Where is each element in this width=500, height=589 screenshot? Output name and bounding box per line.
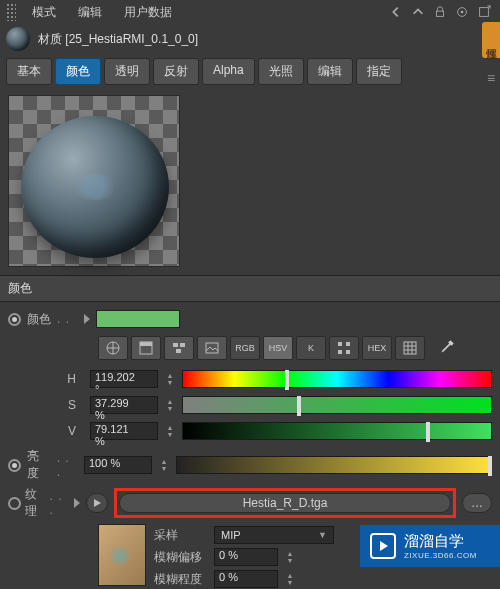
material-tabs: 基本 颜色 透明 反射 Alpha 光照 编辑 指定 (0, 54, 500, 91)
blur-scale-spinner[interactable]: ▲▼ (284, 570, 296, 588)
dots2: . . . (57, 451, 78, 479)
color-mode-strip: RGB HSV K HEX (98, 336, 492, 360)
texture-file-field[interactable]: Hestia_R_D.tga (119, 493, 451, 513)
svg-rect-12 (346, 342, 350, 346)
panel-grip[interactable] (6, 3, 16, 21)
section-color-header: 颜色 (0, 275, 500, 302)
new-panel-icon[interactable] (474, 2, 494, 22)
mode-swatches-icon[interactable] (329, 336, 359, 360)
picker-brick-icon[interactable] (164, 336, 194, 360)
hue-field[interactable]: 119.202 ° (90, 370, 158, 388)
menu-edit[interactable]: 编辑 (68, 0, 112, 24)
tab-alpha[interactable]: Alpha (202, 58, 255, 85)
sampling-select[interactable]: MIP ▼ (214, 526, 334, 544)
lock-icon[interactable] (430, 2, 450, 22)
dots: . . (57, 312, 70, 326)
side-menu-icon[interactable]: ≡ (484, 70, 498, 84)
sat-slider[interactable] (182, 396, 492, 414)
svg-rect-3 (480, 8, 489, 17)
eyedropper-icon[interactable] (434, 336, 460, 360)
label-v: V (8, 424, 84, 438)
picker-wheel-icon[interactable] (98, 336, 128, 360)
svg-rect-14 (346, 350, 350, 354)
watermark-play-icon (370, 533, 396, 559)
side-tab-properties[interactable]: 属性 (482, 22, 500, 58)
val-spinner[interactable]: ▲▼ (164, 422, 176, 440)
label-brightness-text: 亮度 (27, 448, 51, 482)
mode-hsv-button[interactable]: HSV (263, 336, 293, 360)
watermark-brand: 溜溜自学 (404, 532, 477, 551)
svg-marker-17 (380, 541, 388, 551)
tab-glow[interactable]: 光照 (258, 58, 304, 85)
tab-basic[interactable]: 基本 (6, 58, 52, 85)
hue-slider[interactable] (182, 370, 492, 388)
blur-offset-field[interactable]: 0 % (214, 548, 278, 566)
svg-rect-0 (437, 11, 444, 16)
brightness-slider[interactable] (176, 456, 492, 474)
row-brightness: 亮度. . . 100 % ▲▼ (8, 448, 492, 482)
row-val: V 79.121 % ▲▼ (8, 420, 492, 442)
label-color-text: 颜色 (27, 311, 51, 328)
nav-back-icon[interactable] (386, 2, 406, 22)
expand-color-icon[interactable] (84, 314, 90, 324)
texture-browse-button[interactable]: … (462, 493, 492, 513)
color-radio[interactable] (8, 313, 21, 326)
tab-transparency[interactable]: 透明 (104, 58, 150, 85)
svg-rect-10 (206, 343, 218, 353)
label-s: S (8, 398, 84, 412)
texture-radio[interactable] (8, 497, 21, 510)
menu-mode[interactable]: 模式 (22, 0, 66, 24)
chevron-down-icon: ▼ (318, 530, 327, 540)
brightness-spinner[interactable]: ▲▼ (158, 456, 170, 474)
menu-userdata[interactable]: 用户数据 (114, 0, 182, 24)
menu-bar: 模式 编辑 用户数据 (0, 0, 500, 24)
mode-rgb-button[interactable]: RGB (230, 336, 260, 360)
blur-scale-field[interactable]: 0 % (214, 570, 278, 588)
material-preview[interactable] (8, 95, 180, 267)
row-hue: H 119.202 ° ▲▼ (8, 368, 492, 390)
brightness-radio[interactable] (8, 459, 21, 472)
svg-rect-11 (338, 342, 342, 346)
dots3: . . . (50, 489, 69, 517)
watermark-badge: 溜溜自学 ZIXUE.3D66.COM (360, 525, 500, 567)
val-slider[interactable] (182, 422, 492, 440)
label-blur-scale: 模糊程度 (154, 571, 208, 588)
label-color: 颜色. . (8, 311, 78, 328)
label-texture: 纹理. . . (8, 486, 68, 520)
texture-preview-toggle[interactable] (86, 493, 108, 513)
sat-spinner[interactable]: ▲▼ (164, 396, 176, 414)
preview-sphere (21, 116, 169, 258)
color-swatch[interactable] (96, 310, 180, 328)
brightness-field[interactable]: 100 % (84, 456, 152, 474)
tab-color[interactable]: 颜色 (55, 58, 101, 85)
material-title-row: 材质 [25_HestiaRMI_0.1_0_0] (0, 24, 500, 54)
svg-rect-13 (338, 350, 342, 354)
svg-rect-6 (140, 342, 152, 346)
texture-highlight-box: Hestia_R_D.tga (114, 488, 456, 518)
svg-rect-9 (176, 349, 181, 353)
hue-spinner[interactable]: ▲▼ (164, 370, 176, 388)
svg-point-2 (461, 11, 464, 14)
mode-hex-button[interactable]: HEX (362, 336, 392, 360)
val-field[interactable]: 79.121 % (90, 422, 158, 440)
mode-grid-icon[interactable] (395, 336, 425, 360)
picker-image-icon[interactable] (197, 336, 227, 360)
target-icon[interactable] (452, 2, 472, 22)
svg-rect-7 (173, 343, 178, 347)
tab-reflection[interactable]: 反射 (153, 58, 199, 85)
label-sampling: 采样 (154, 527, 208, 544)
watermark-url: ZIXUE.3D66.COM (404, 551, 477, 560)
label-blur-offset: 模糊偏移 (154, 549, 208, 566)
material-sphere-icon (6, 27, 30, 51)
texture-thumbnail[interactable] (98, 524, 146, 586)
expand-texture-icon[interactable] (74, 498, 80, 508)
preview-area (0, 91, 500, 275)
nav-up-icon[interactable] (408, 2, 428, 22)
blur-offset-spinner[interactable]: ▲▼ (284, 548, 296, 566)
picker-spectrum-icon[interactable] (131, 336, 161, 360)
sat-field[interactable]: 37.299 % (90, 396, 158, 414)
tab-edit[interactable]: 编辑 (307, 58, 353, 85)
row-color: 颜色. . (8, 308, 492, 330)
mode-k-button[interactable]: K (296, 336, 326, 360)
tab-assign[interactable]: 指定 (356, 58, 402, 85)
